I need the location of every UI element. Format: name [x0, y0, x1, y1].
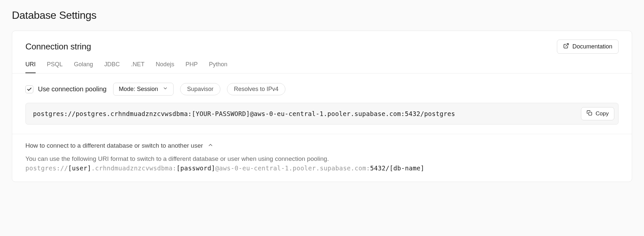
chevron-up-icon: [208, 142, 213, 149]
expand-title: How to connect to a different database o…: [25, 142, 203, 149]
svg-line-0: [565, 44, 568, 46]
uri-part-host: .pooler.supabase.com:: [289, 164, 370, 172]
expand-section: How to connect to a different database o…: [12, 134, 632, 182]
connection-string-value[interactable]: postgres://postgres.crhndmuadznzcvwsdbma…: [33, 110, 455, 117]
tab-php[interactable]: PHP: [185, 61, 198, 73]
card-heading: Connection string: [25, 42, 91, 52]
uri-format-example: postgres://[user].crhndmuadznzcvwsdbma:[…: [25, 164, 619, 172]
connection-string-card: Connection string Documentation URI PSQL…: [12, 31, 632, 182]
mode-select[interactable]: Mode: Session: [113, 83, 174, 96]
external-link-icon: [563, 43, 569, 50]
mode-label: Mode: Session: [119, 86, 158, 93]
tab-python[interactable]: Python: [209, 61, 227, 73]
uri-part-port: 5432/: [370, 164, 390, 172]
tab-jdbc[interactable]: JDBC: [104, 61, 120, 73]
copy-button[interactable]: Copy: [581, 107, 614, 120]
uri-part-projectref: .crhndmuadznzcvwsdbma:: [91, 164, 177, 172]
uri-part-dbname: [db-name]: [390, 164, 425, 172]
pooling-checkbox[interactable]: [25, 85, 33, 93]
tabs: URI PSQL Golang JDBC .NET Nodejs PHP Pyt…: [12, 54, 632, 74]
uri-part-at: @aws-0-eu-central-1: [215, 164, 289, 172]
uri-part-scheme: postgres://: [25, 164, 68, 172]
tab-nodejs[interactable]: Nodejs: [156, 61, 174, 73]
documentation-button[interactable]: Documentation: [557, 40, 619, 54]
documentation-label: Documentation: [572, 43, 612, 50]
connection-string-box: postgres://postgres.crhndmuadznzcvwsdbma…: [25, 103, 619, 125]
tab-psql[interactable]: PSQL: [47, 61, 63, 73]
uri-part-password: [password]: [177, 164, 215, 172]
pill-ipv4: Resolves to IPv4: [227, 83, 285, 95]
tab-uri[interactable]: URI: [25, 61, 36, 73]
copy-icon: [587, 110, 592, 117]
check-icon: [27, 87, 32, 92]
pill-supavisor: Supavisor: [180, 83, 220, 95]
tab-golang[interactable]: Golang: [74, 61, 93, 73]
expand-description: You can use the following URI format to …: [25, 155, 619, 162]
chevron-down-icon: [163, 86, 168, 93]
pooling-checkbox-wrap[interactable]: Use connection pooling: [25, 85, 107, 93]
card-header: Connection string Documentation: [12, 31, 632, 54]
controls-row: Use connection pooling Mode: Session Sup…: [12, 74, 632, 103]
page-title: Database Settings: [12, 9, 632, 21]
copy-label: Copy: [596, 110, 609, 117]
tab-dotnet[interactable]: .NET: [131, 61, 145, 73]
expand-toggle[interactable]: How to connect to a different database o…: [25, 142, 213, 149]
pooling-label: Use connection pooling: [38, 85, 107, 93]
uri-part-user: [user]: [68, 164, 91, 172]
svg-rect-1: [589, 112, 592, 115]
